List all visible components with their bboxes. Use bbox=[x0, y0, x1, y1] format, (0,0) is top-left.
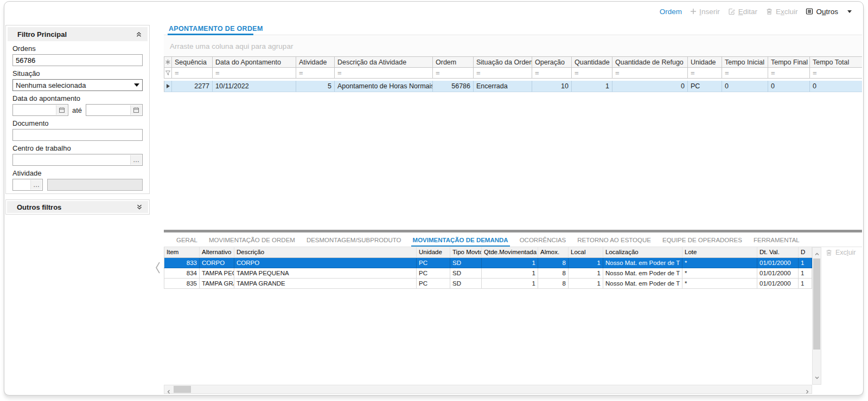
filter-cell-tempo-final[interactable]: = bbox=[768, 68, 810, 79]
filter-operator[interactable]: = bbox=[615, 69, 620, 77]
column-header-tempo-final[interactable]: Tempo Final bbox=[768, 56, 810, 68]
cell-atividade: 5 bbox=[296, 81, 335, 92]
filter-operator[interactable]: = bbox=[215, 69, 220, 77]
grid-customize-icon[interactable] bbox=[164, 56, 172, 68]
filter-cell-descricao-da-atividade[interactable]: = bbox=[335, 68, 433, 79]
column-header-situacao-da-ordem[interactable]: Situação da Ordem bbox=[474, 56, 532, 68]
filter-operator[interactable]: = bbox=[535, 69, 539, 77]
tab-equipe-de-operadores[interactable]: EQUIPE DE OPERADORES bbox=[662, 235, 742, 247]
filter-cell-unidade[interactable]: = bbox=[688, 68, 722, 79]
excluir-label: Excluir bbox=[776, 8, 798, 16]
column-header-data-do-apontamento[interactable]: Data do Apontamento bbox=[213, 56, 296, 68]
centro-trabalho-input[interactable] bbox=[13, 154, 142, 165]
tab-apontamento-de-ordem[interactable]: APONTAMENTO DE ORDEM bbox=[169, 25, 263, 33]
filter-operator[interactable]: = bbox=[771, 69, 775, 77]
collapse-panel-handle[interactable] bbox=[154, 260, 162, 277]
column-header-sequencia[interactable]: Sequência bbox=[172, 56, 213, 68]
vertical-scrollbar[interactable] bbox=[812, 247, 821, 385]
column-header-quantidade[interactable]: Quantidade bbox=[572, 56, 612, 68]
filter-cell-tempo-total[interactable]: = bbox=[810, 68, 862, 79]
ellipsis-lookup-button[interactable]: … bbox=[130, 155, 142, 165]
active-tab-underline bbox=[168, 34, 253, 35]
table-row[interactable]: 227710/11/20225Apontamento de Horas Norm… bbox=[164, 81, 862, 92]
filter-operator[interactable]: = bbox=[575, 69, 579, 77]
table-row[interactable]: 835TAMPA GRATAMPA GRANDEPCSD181Nosso Mat… bbox=[164, 279, 812, 289]
editar-button[interactable]: Editar bbox=[728, 8, 757, 16]
column-header-atividade[interactable]: Atividade bbox=[296, 56, 335, 68]
ordem-link[interactable]: Ordem bbox=[660, 8, 682, 16]
column-header-qtde-movimentada[interactable]: Qtde.Movimentada bbox=[482, 247, 538, 258]
outros-button[interactable]: Outros bbox=[806, 8, 838, 16]
tab-geral[interactable]: GERAL bbox=[176, 235, 197, 247]
column-header-localizacao[interactable]: Localização bbox=[603, 247, 682, 258]
column-header-almox[interactable]: Almox. bbox=[538, 247, 569, 258]
tab-ferramental[interactable]: FERRAMENTAL bbox=[754, 235, 800, 247]
excluir-button[interactable]: Excluir bbox=[765, 8, 798, 16]
filter-cell-atividade[interactable]: = bbox=[296, 68, 335, 79]
filter-operator[interactable]: = bbox=[299, 69, 303, 77]
column-header-descricao-da-atividade[interactable]: Descrição da Atividade bbox=[335, 56, 433, 68]
chevron-double-up-icon[interactable] bbox=[136, 31, 142, 37]
detail-excluir-button[interactable]: Excluir bbox=[825, 249, 856, 256]
vertical-scrollbar-thumb[interactable] bbox=[813, 258, 820, 350]
filter-cell-quantidade-de-refugo[interactable]: = bbox=[612, 68, 688, 79]
tab-retorno-ao-estoque[interactable]: RETORNO AO ESTOQUE bbox=[577, 235, 651, 247]
column-header-local[interactable]: Local bbox=[569, 247, 603, 258]
ordens-input[interactable] bbox=[12, 54, 143, 66]
filter-funnel-icon[interactable] bbox=[164, 68, 172, 79]
column-header-d[interactable]: D bbox=[799, 247, 812, 258]
table-row[interactable]: 833CORPOCORPOPCSD181Nosso Mat. em Poder … bbox=[164, 258, 812, 268]
tab-movimentacao-de-ordem[interactable]: MOVIMENTAÇÃO DE ORDEM bbox=[209, 235, 295, 247]
inserir-button[interactable]: Inserir bbox=[690, 8, 720, 16]
cell-item: 833 bbox=[164, 258, 200, 268]
filter-cell-operacao[interactable]: = bbox=[532, 68, 572, 79]
column-header-dt-val[interactable]: Dt. Val. bbox=[757, 247, 799, 258]
situacao-dropdown[interactable]: Nenhuma selecionada bbox=[12, 79, 143, 91]
column-header-descricao[interactable]: Descrição bbox=[234, 247, 417, 258]
filter-operator[interactable]: = bbox=[175, 69, 179, 77]
filter-operator[interactable]: = bbox=[725, 69, 729, 77]
scroll-left-icon[interactable] bbox=[166, 387, 171, 397]
filter-operator[interactable]: = bbox=[436, 69, 440, 77]
column-header-tipo-movto[interactable]: Tipo Movto. bbox=[450, 247, 482, 258]
scroll-up-icon[interactable] bbox=[814, 249, 820, 259]
filter-cell-situacao-da-ordem[interactable]: = bbox=[474, 68, 532, 79]
column-header-quantidade-de-refugo[interactable]: Quantidade de Refugo bbox=[612, 56, 688, 68]
tab-desmontagem-subproduto[interactable]: DESMONTAGEM/SUBPRODUTO bbox=[307, 235, 401, 247]
filter-cell-data-do-apontamento[interactable]: = bbox=[213, 68, 296, 79]
filter-cell-ordem[interactable]: = bbox=[433, 68, 474, 79]
column-header-item[interactable]: Item bbox=[164, 247, 200, 258]
horizontal-scrollbar[interactable] bbox=[164, 385, 812, 394]
filter-cell-quantidade[interactable]: = bbox=[572, 68, 612, 79]
horizontal-scrollbar-thumb[interactable] bbox=[174, 386, 191, 393]
group-by-panel[interactable]: Arraste uma coluna aqui para agrupar bbox=[164, 36, 862, 56]
column-header-ordem[interactable]: Ordem bbox=[433, 56, 474, 68]
column-header-unidade[interactable]: Unidade bbox=[688, 56, 722, 68]
table-row[interactable]: 834TAMPA PEQTAMPA PEQUENAPCSD181Nosso Ma… bbox=[164, 268, 812, 279]
scroll-right-icon[interactable] bbox=[805, 387, 810, 397]
filter-operator[interactable]: = bbox=[337, 69, 342, 77]
filter-operator[interactable]: = bbox=[813, 69, 817, 77]
filtro-principal-header[interactable]: Filtro Principal bbox=[8, 27, 148, 41]
calendar-icon[interactable] bbox=[130, 105, 142, 115]
column-header-tempo-total[interactable]: Tempo Total bbox=[810, 56, 862, 68]
column-header-unidade[interactable]: Unidade bbox=[417, 247, 450, 258]
scroll-down-icon[interactable] bbox=[814, 373, 820, 383]
toolbar-overflow-caret-icon[interactable] bbox=[847, 10, 852, 13]
ellipsis-lookup-button[interactable]: … bbox=[30, 180, 42, 190]
filter-operator[interactable]: = bbox=[476, 69, 481, 77]
calendar-icon[interactable] bbox=[56, 105, 67, 115]
column-header-tempo-inicial[interactable]: Tempo Inicial bbox=[722, 56, 768, 68]
chevron-double-down-icon[interactable] bbox=[136, 204, 143, 210]
column-header-alternativo[interactable]: Alternativo bbox=[200, 247, 234, 258]
filter-cell-tempo-inicial[interactable]: = bbox=[722, 68, 768, 79]
column-header-operacao[interactable]: Operação bbox=[532, 56, 572, 68]
filter-operator[interactable]: = bbox=[691, 69, 695, 77]
tab-ocorrencias[interactable]: OCORRÊNCIAS bbox=[520, 235, 566, 247]
outros-filtros-header[interactable]: Outros filtros bbox=[7, 201, 148, 213]
documento-input[interactable] bbox=[12, 129, 143, 141]
horizontal-splitter[interactable] bbox=[164, 230, 862, 232]
tab-movimentacao-de-demanda[interactable]: MOVIMENTAÇÃO DE DEMANDA bbox=[413, 235, 508, 247]
filter-cell-sequencia[interactable]: = bbox=[172, 68, 213, 79]
column-header-lote[interactable]: Lote bbox=[682, 247, 757, 258]
